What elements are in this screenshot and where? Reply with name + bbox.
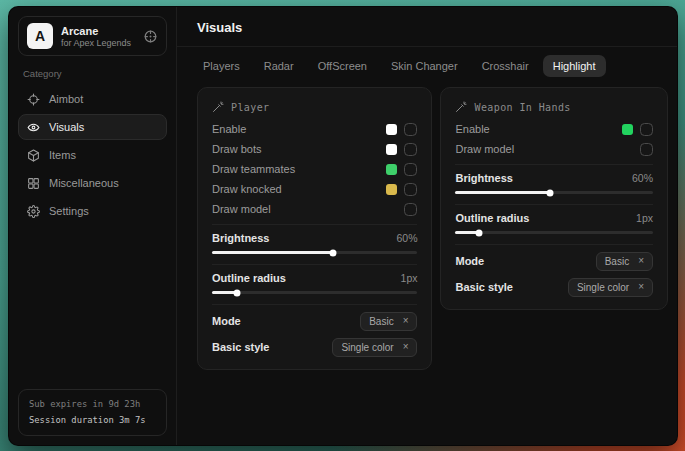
app-logo: A xyxy=(27,23,53,49)
card-weapon-in-hands: Weapon In HandsEnableDraw modelBrightnes… xyxy=(440,87,668,310)
slider-fill xyxy=(455,191,550,194)
tab-players[interactable]: Players xyxy=(193,55,250,77)
outline-radius-slider[interactable] xyxy=(212,291,417,294)
toggle-controls xyxy=(386,143,417,156)
slider-thumb[interactable] xyxy=(233,289,240,296)
category-label: Category xyxy=(23,68,162,79)
enable-checkbox[interactable] xyxy=(640,123,653,136)
slider-value: 1px xyxy=(401,272,418,284)
draw-teammates-checkbox[interactable] xyxy=(404,163,417,176)
chip-label: Basic xyxy=(605,256,629,267)
section-divider xyxy=(455,244,653,245)
basic-style-select-chip[interactable]: Single color× xyxy=(568,278,653,297)
sidebar-item-label: Miscellaneous xyxy=(49,177,119,189)
brightness-slider[interactable] xyxy=(212,251,417,254)
enable-checkbox[interactable] xyxy=(404,123,417,136)
setting-label: Basic style xyxy=(212,341,269,353)
mode-select-chip[interactable]: Basic× xyxy=(596,252,653,271)
setting-label: Enable xyxy=(455,123,489,135)
card-player: PlayerEnableDraw botsDraw teammatesDraw … xyxy=(197,87,432,370)
eye-icon xyxy=(27,121,40,134)
settings-row-brightness: Brightness60% xyxy=(455,169,653,199)
tab-offscreen[interactable]: OffScreen xyxy=(308,55,377,77)
outline-radius-slider[interactable] xyxy=(455,231,653,234)
section-divider xyxy=(455,204,653,205)
tab-radar[interactable]: Radar xyxy=(254,55,304,77)
slider-value: 60% xyxy=(396,232,417,244)
aim-icon xyxy=(27,93,40,106)
setting-label: Brightness xyxy=(212,232,269,244)
setting-label: Enable xyxy=(212,123,246,135)
sidebar-item-miscellaneous[interactable]: Miscellaneous xyxy=(18,170,167,196)
wand-icon xyxy=(212,101,224,113)
draw-bots-checkbox[interactable] xyxy=(404,143,417,156)
grid-icon xyxy=(27,177,40,190)
cube-icon xyxy=(27,149,40,162)
section-divider xyxy=(455,164,653,165)
settings-row-enable: Enable xyxy=(455,119,653,139)
setting-label: Draw model xyxy=(212,203,271,215)
chip-label: Basic xyxy=(369,316,393,327)
tab-skin-changer[interactable]: Skin Changer xyxy=(381,55,468,77)
color-swatch-enable[interactable] xyxy=(622,124,633,135)
card-title: Weapon In Hands xyxy=(455,99,653,115)
toggle-controls xyxy=(404,203,417,216)
slider-thumb[interactable] xyxy=(547,189,554,196)
app-title-block: Arcane for Apex Legends xyxy=(61,25,131,48)
settings-row-basic-style: Basic styleSingle color× xyxy=(455,275,653,299)
color-swatch-draw-teammates[interactable] xyxy=(386,164,397,175)
slider-thumb[interactable] xyxy=(476,229,483,236)
chip-remove-icon[interactable]: × xyxy=(638,256,644,266)
app-header: A Arcane for Apex Legends xyxy=(18,16,167,56)
color-swatch-enable[interactable] xyxy=(386,124,397,135)
settings-row-draw-model: Draw model xyxy=(212,199,417,219)
section-divider xyxy=(212,224,417,225)
chip-remove-icon[interactable]: × xyxy=(403,316,409,326)
draw-model-checkbox[interactable] xyxy=(404,203,417,216)
settings-row-brightness: Brightness60% xyxy=(212,229,417,259)
settings-row-enable: Enable xyxy=(212,119,417,139)
setting-label: Mode xyxy=(455,255,484,267)
settings-row-outline-radius: Outline radius1px xyxy=(455,209,653,239)
settings-row-draw-teammates: Draw teammates xyxy=(212,159,417,179)
sidebar-item-settings[interactable]: Settings xyxy=(18,198,167,224)
chip-label: Single color xyxy=(341,342,393,353)
setting-label: Outline radius xyxy=(212,272,286,284)
slider-value: 1px xyxy=(636,212,653,224)
draw-knocked-checkbox[interactable] xyxy=(404,183,417,196)
setting-label: Draw bots xyxy=(212,143,262,155)
settings-row-outline-radius: Outline radius1px xyxy=(212,269,417,299)
toggle-controls xyxy=(386,123,417,136)
setting-label: Mode xyxy=(212,315,241,327)
chip-remove-icon[interactable]: × xyxy=(638,282,644,292)
slider-value: 60% xyxy=(632,172,653,184)
wand-icon xyxy=(455,101,467,113)
toggle-controls xyxy=(622,123,653,136)
section-divider xyxy=(212,304,417,305)
main-header: Visuals xyxy=(177,7,677,47)
toggle-controls xyxy=(640,143,653,156)
section-divider xyxy=(212,264,417,265)
basic-style-select-chip[interactable]: Single color× xyxy=(332,338,417,357)
sidebar-item-visuals[interactable]: Visuals xyxy=(18,114,167,140)
sidebar-item-label: Visuals xyxy=(49,121,84,133)
sidebar-item-items[interactable]: Items xyxy=(18,142,167,168)
chip-remove-icon[interactable]: × xyxy=(403,342,409,352)
target-icon[interactable] xyxy=(143,29,158,44)
sub-expiry-text: Sub expires in 9d 23h xyxy=(29,397,156,412)
tab-highlight[interactable]: Highlight xyxy=(543,55,606,77)
draw-model-checkbox[interactable] xyxy=(640,143,653,156)
gear-icon xyxy=(27,205,40,218)
page-title: Visuals xyxy=(197,20,657,35)
color-swatch-draw-knocked[interactable] xyxy=(386,184,397,195)
sidebar-nav: AimbotVisualsItemsMiscellaneousSettings xyxy=(18,86,167,224)
card-title: Player xyxy=(212,99,417,115)
brightness-slider[interactable] xyxy=(455,191,653,194)
color-swatch-draw-bots[interactable] xyxy=(386,144,397,155)
mode-select-chip[interactable]: Basic× xyxy=(360,312,417,331)
settings-content: PlayerEnableDraw botsDraw teammatesDraw … xyxy=(177,77,677,380)
app-name: Arcane xyxy=(61,25,131,37)
sidebar-item-aimbot[interactable]: Aimbot xyxy=(18,86,167,112)
tab-crosshair[interactable]: Crosshair xyxy=(472,55,539,77)
slider-thumb[interactable] xyxy=(330,249,337,256)
